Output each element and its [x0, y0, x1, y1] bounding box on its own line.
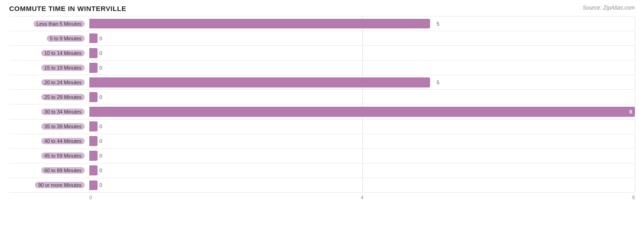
label-pill: 90 or more Minutes: [35, 182, 85, 188]
bar-row: 30 to 34 Minutes8: [9, 104, 635, 119]
bar-fill-stub: [89, 136, 98, 146]
bar-fill-stub: [89, 165, 98, 175]
grid-line-end: [635, 120, 635, 134]
bar-label: 30 to 34 Minutes: [9, 109, 89, 115]
grid-line-mid: [362, 31, 363, 45]
chart-title: COMMUTE TIME IN WINTERVILLE: [9, 5, 126, 12]
bar-label: 15 to 19 Minutes: [9, 65, 89, 71]
bar-fill-stub: [89, 121, 98, 131]
bar-fill: 5: [89, 77, 430, 87]
bar-label: 45 to 59 Minutes: [9, 153, 89, 159]
bar-row: 15 to 19 Minutes0: [9, 60, 635, 75]
bar-label: 35 to 39 Minutes: [9, 123, 89, 130]
grid-line-mid: [362, 149, 363, 163]
bar-fill-stub: [89, 33, 98, 44]
grid-line-mid: [362, 120, 363, 134]
grid-line-end: [635, 134, 635, 148]
bar-fill: 8: [89, 107, 635, 117]
grid-line-end: [635, 164, 635, 178]
bar-label: 90 or more Minutes: [9, 182, 89, 188]
bar-label: 60 to 89 Minutes: [9, 167, 89, 174]
grid-line-mid: [362, 46, 363, 60]
bar-value-zero: 0: [99, 182, 102, 188]
bar-value-zero: 0: [99, 153, 102, 158]
bar-value: 8: [629, 109, 632, 115]
bar-value-zero: 0: [99, 50, 102, 56]
bar-fill-stub: [89, 48, 98, 58]
bar-fill-stub: [89, 151, 98, 161]
chart-source: Source: ZipAtlas.com: [583, 5, 635, 11]
label-pill: 15 to 19 Minutes: [41, 65, 85, 71]
bar-fill-stub: [89, 63, 98, 73]
grid-line-end: [635, 60, 635, 75]
chart-header: COMMUTE TIME IN WINTERVILLE Source: ZipA…: [9, 5, 635, 12]
bar-value-zero: 0: [99, 94, 102, 100]
bar-value-zero: 0: [99, 65, 102, 71]
grid-line-end: [635, 149, 635, 163]
bar-row: 20 to 24 Minutes5: [9, 75, 635, 90]
bar-track: 0: [89, 90, 635, 104]
bar-fill-stub: [89, 180, 98, 191]
bar-track: 0: [89, 178, 635, 192]
chart-area: Less than 5 Minutes55 to 9 Minutes010 to…: [9, 16, 635, 206]
bar-label: 25 to 29 Minutes: [9, 94, 89, 100]
grid-line-end: [635, 104, 635, 119]
bar-track: 0: [89, 120, 635, 134]
grid-line-end: [635, 16, 635, 31]
bar-fill-stub: [89, 92, 98, 102]
bar-row: 60 to 89 Minutes0: [9, 164, 635, 178]
grid-line-end: [635, 178, 635, 192]
bar-value-zero: 0: [99, 138, 102, 144]
bar-value-zero: 0: [99, 168, 102, 173]
bar-label: 5 to 9 Minutes: [9, 35, 89, 42]
bar-row: 10 to 14 Minutes0: [9, 46, 635, 60]
bar-label: 10 to 14 Minutes: [9, 50, 89, 56]
bar-track: 0: [89, 164, 635, 178]
bars-wrapper: Less than 5 Minutes55 to 9 Minutes010 to…: [9, 16, 635, 193]
x-tick-0: 0: [89, 195, 271, 200]
bar-row: Less than 5 Minutes5: [9, 16, 635, 31]
label-pill: 45 to 59 Minutes: [41, 153, 85, 159]
label-pill: 60 to 89 Minutes: [41, 167, 85, 174]
label-pill: Less than 5 Minutes: [33, 21, 85, 27]
bar-track: 5: [89, 75, 635, 89]
grid-line-end: [635, 75, 635, 89]
bar-row: 90 or more Minutes0: [9, 178, 635, 193]
bar-track: 0: [89, 60, 635, 75]
label-pill: 25 to 29 Minutes: [41, 94, 85, 100]
grid-line-mid: [362, 134, 363, 148]
grid-line-mid: [362, 90, 363, 104]
bar-row: 5 to 9 Minutes0: [9, 31, 635, 46]
bar-label: 20 to 24 Minutes: [9, 79, 89, 86]
x-tick-max: 8: [453, 195, 635, 200]
grid-line-mid: [362, 164, 363, 178]
label-pill: 5 to 9 Minutes: [47, 35, 85, 42]
bar-track: 0: [89, 134, 635, 148]
bar-track: 0: [89, 31, 635, 45]
grid-line-end: [635, 31, 635, 45]
label-pill: 30 to 34 Minutes: [41, 109, 85, 115]
bar-row: 40 to 44 Minutes0: [9, 134, 635, 149]
bar-row: 45 to 59 Minutes0: [9, 149, 635, 164]
bar-track: 0: [89, 46, 635, 60]
grid-line-mid: [362, 60, 363, 75]
bar-label: 40 to 44 Minutes: [9, 138, 89, 144]
bar-value-zero: 0: [99, 124, 102, 129]
bar-value: 5: [437, 21, 439, 27]
bar-fill: 5: [89, 19, 430, 29]
bar-label: Less than 5 Minutes: [9, 21, 89, 27]
x-axis: 0 4 8: [89, 195, 635, 200]
label-pill: 20 to 24 Minutes: [41, 79, 85, 86]
label-pill: 35 to 39 Minutes: [41, 123, 85, 130]
bar-value: 5: [437, 80, 439, 85]
grid-line-end: [635, 46, 635, 60]
bar-track: 8: [89, 104, 635, 119]
bar-row: 25 to 29 Minutes0: [9, 90, 635, 104]
label-pill: 40 to 44 Minutes: [41, 138, 85, 144]
x-tick-mid: 4: [271, 195, 453, 200]
bar-row: 35 to 39 Minutes0: [9, 120, 635, 134]
bar-value-zero: 0: [99, 36, 102, 41]
chart-container: COMMUTE TIME IN WINTERVILLE Source: ZipA…: [0, 0, 644, 240]
label-pill: 10 to 14 Minutes: [41, 50, 85, 56]
grid-line-mid: [362, 178, 363, 192]
